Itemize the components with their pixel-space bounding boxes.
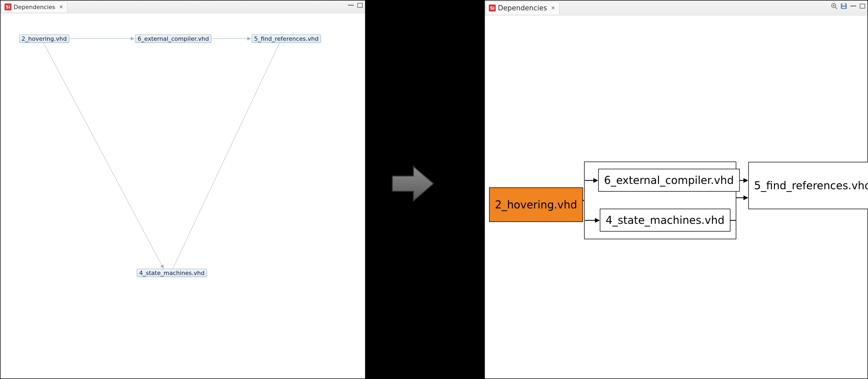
sigasi-icon: Si [489, 4, 496, 11]
minimize-button[interactable] [850, 3, 857, 9]
close-icon[interactable]: ✕ [59, 4, 64, 10]
svg-line-4 [43, 42, 163, 268]
svg-rect-1 [358, 3, 363, 7]
right-tabbar: Si Dependencies ✕ [485, 1, 867, 15]
minimize-button[interactable] [347, 3, 354, 8]
left-window-buttons [347, 3, 363, 8]
left-tab-label: Dependencies [13, 4, 55, 10]
maximize-button[interactable] [357, 3, 363, 8]
svg-rect-13 [842, 7, 845, 8]
node-external-compiler[interactable]: 6_external_compiler.vhd [135, 35, 211, 43]
left-tabbar: Si Dependencies ✕ [1, 1, 365, 13]
svg-marker-6 [392, 166, 433, 201]
maximize-button[interactable] [860, 3, 865, 9]
left-canvas[interactable]: 2_hovering.vhd 6_external_compiler.vhd 5… [1, 13, 365, 378]
transition-arrow-icon [389, 160, 436, 208]
node-find-references[interactable]: 5_find_references.vhd [252, 35, 321, 43]
node-state-machines[interactable]: 4_state_machines.vhd [137, 269, 207, 277]
sigasi-icon: Si [4, 3, 11, 10]
svg-line-5 [173, 42, 280, 268]
node-external-compiler[interactable]: 6_external_compiler.vhd [598, 169, 740, 192]
node-find-references[interactable]: 5_find_references.vhd [748, 162, 868, 209]
svg-rect-15 [860, 4, 865, 8]
right-tab-dependencies[interactable]: Si Dependencies ✕ [486, 2, 559, 14]
right-dependencies-panel: Si Dependencies ✕ [484, 0, 868, 379]
svg-line-8 [835, 7, 837, 9]
left-edges [1, 13, 365, 378]
svg-rect-0 [348, 5, 354, 6]
node-hovering[interactable]: 2_hovering.vhd [19, 35, 69, 43]
right-canvas[interactable]: 2_hovering.vhd 6_external_compiler.vhd 4… [485, 15, 867, 378]
node-hovering[interactable]: 2_hovering.vhd [489, 187, 583, 222]
right-window-buttons [831, 3, 865, 9]
left-tab-dependencies[interactable]: Si Dependencies ✕ [2, 2, 67, 12]
svg-rect-12 [842, 3, 845, 6]
zoom-fit-button[interactable] [831, 3, 838, 9]
svg-rect-14 [850, 6, 856, 6]
node-state-machines[interactable]: 4_state_machines.vhd [600, 209, 731, 231]
save-button[interactable] [840, 3, 847, 9]
left-dependencies-panel: Si Dependencies ✕ [0, 0, 366, 379]
close-icon[interactable]: ✕ [551, 5, 555, 11]
right-tab-label: Dependencies [498, 4, 547, 12]
